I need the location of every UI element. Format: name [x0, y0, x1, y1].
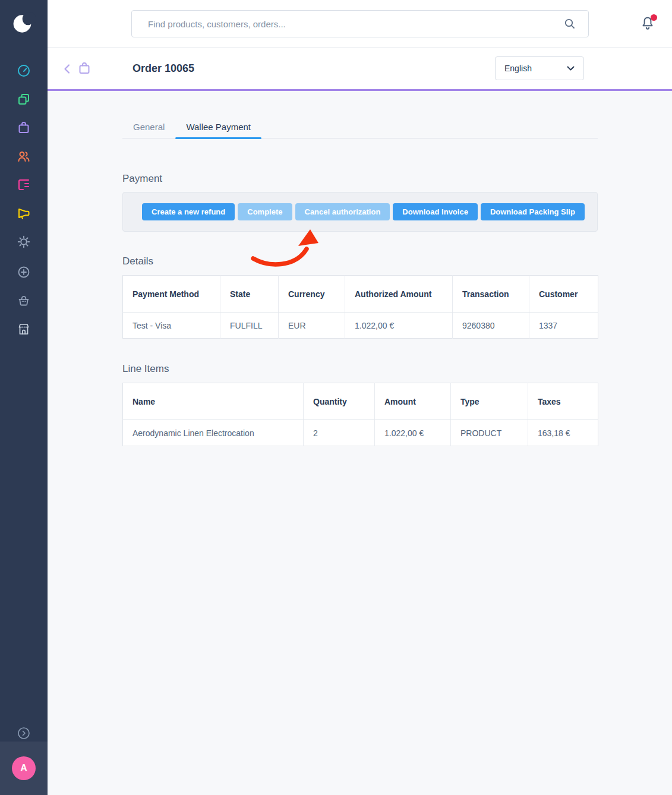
sidebar-item-settings[interactable]: [0, 235, 48, 249]
layout-lines-icon: [17, 178, 31, 192]
table-cell: 2: [304, 420, 375, 446]
table-cell: 9260380: [453, 313, 529, 339]
sidebar-item-content[interactable]: [0, 178, 48, 192]
users-icon: [17, 149, 31, 163]
global-search: [131, 10, 589, 37]
main-content: General Wallee Payment Payment Create a …: [48, 91, 672, 795]
line-items-table: NameQuantityAmountTypeTaxesAerodynamic L…: [122, 383, 598, 446]
sidebar-item-basket[interactable]: [0, 294, 48, 308]
cancel-authorization-button[interactable]: Cancel authorization: [295, 203, 390, 220]
column-header: Quantity: [304, 383, 375, 420]
column-header: Authorized Amount: [345, 276, 453, 313]
shopping-bag-icon: [77, 61, 92, 78]
store-icon: [17, 322, 31, 336]
table-row: Aerodynamic Linen Electrocation21.022,00…: [123, 420, 598, 446]
column-header: Transaction: [453, 276, 529, 313]
tab-wallee-payment[interactable]: Wallee Payment: [175, 119, 261, 138]
column-header: Name: [123, 383, 304, 420]
search-icon[interactable]: [563, 17, 577, 33]
sidebar-item-extensions[interactable]: [0, 265, 48, 279]
sidebar-item-dashboard[interactable]: [0, 64, 48, 78]
language-select[interactable]: English: [495, 56, 584, 80]
column-header: Amount: [375, 383, 451, 420]
table-row: Test - VisaFULFILLEUR1.022,00 €926038013…: [123, 313, 598, 339]
column-header: Payment Method: [123, 276, 220, 313]
download-packing-slip-button[interactable]: Download Packing Slip: [481, 203, 585, 220]
table-cell: EUR: [279, 313, 345, 339]
shopware-logo[interactable]: [0, 0, 48, 48]
avatar[interactable]: A: [12, 756, 36, 780]
topbar: [48, 0, 672, 48]
avatar-initial: A: [20, 763, 27, 774]
shopping-bag-icon: [17, 121, 31, 135]
payment-actions-panel: Create a new refundCompleteCancel author…: [122, 192, 598, 232]
basket-icon: [17, 294, 31, 308]
chevron-left-icon: [61, 62, 75, 76]
gear-icon: [17, 235, 31, 249]
sidebar-item-marketing[interactable]: [0, 206, 48, 220]
sidebar-item-customers[interactable]: [0, 149, 48, 163]
complete-button[interactable]: Complete: [238, 203, 292, 220]
column-header: Taxes: [528, 383, 598, 420]
table-cell: 1.022,00 €: [345, 313, 453, 339]
details-heading: Details: [122, 255, 598, 267]
table-cell: 1.022,00 €: [375, 420, 451, 446]
sidebar-user-area: A: [0, 742, 48, 795]
column-header: Type: [451, 383, 528, 420]
plus-circle-icon: [17, 265, 31, 279]
table-cell: 1337: [529, 313, 598, 339]
sidebar-item-storefront[interactable]: [0, 322, 48, 336]
table-cell: 163,18 €: [528, 420, 598, 446]
table-cell: Aerodynamic Linen Electrocation: [123, 420, 304, 446]
back-button[interactable]: [61, 62, 75, 78]
download-invoice-button[interactable]: Download Invoice: [393, 203, 478, 220]
create-a-new-refund-button[interactable]: Create a new refund: [142, 203, 235, 220]
sidebar-item-catalogues[interactable]: [0, 92, 48, 106]
chevron-right-circle-icon: [17, 726, 31, 740]
payment-heading: Payment: [122, 173, 598, 185]
chevron-down-icon: [567, 66, 575, 71]
language-select-value: English: [504, 64, 532, 73]
page-title: Order 10065: [132, 48, 194, 89]
speedometer-icon: [17, 64, 31, 78]
notification-badge: [651, 14, 657, 21]
table-cell: Test - Visa: [123, 313, 220, 339]
table-cell: PRODUCT: [451, 420, 528, 446]
tab-general[interactable]: General: [122, 119, 175, 138]
sidebar-expand-button[interactable]: [0, 726, 48, 740]
megaphone-icon: [17, 206, 31, 220]
sidebar: A: [0, 0, 48, 795]
column-header: Currency: [279, 276, 345, 313]
table-header-row: Payment MethodStateCurrencyAuthorized Am…: [123, 276, 598, 313]
notifications-button[interactable]: [640, 15, 657, 32]
table-header-row: NameQuantityAmountTypeTaxes: [123, 383, 598, 420]
sidebar-item-orders[interactable]: [0, 121, 48, 135]
column-header: Customer: [529, 276, 598, 313]
search-input[interactable]: [131, 10, 589, 37]
tab-bar: General Wallee Payment: [122, 119, 598, 138]
table-cell: FULFILL: [220, 313, 279, 339]
details-table: Payment MethodStateCurrencyAuthorized Am…: [122, 275, 598, 339]
overlapping-squares-icon: [17, 92, 31, 106]
line-items-heading: Line Items: [122, 363, 598, 375]
column-header: State: [220, 276, 279, 313]
smartbar: Order 10065 English: [48, 48, 672, 91]
